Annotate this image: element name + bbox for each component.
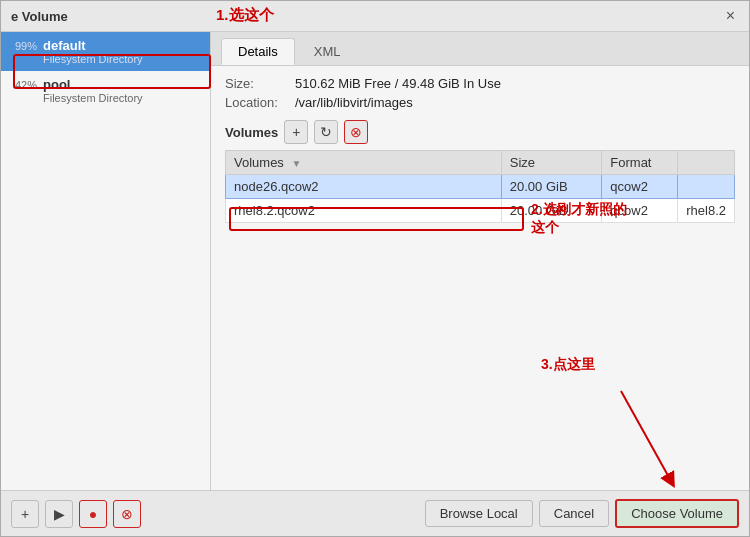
sidebar-item-pool-percent: 42% bbox=[9, 79, 37, 91]
refresh-volumes-button[interactable]: ↻ bbox=[314, 120, 338, 144]
cancel-button[interactable]: Cancel bbox=[539, 500, 609, 527]
sidebar: 99% default Filesystem Directory 42% poo… bbox=[1, 32, 211, 490]
sidebar-item-default[interactable]: 99% default Filesystem Directory bbox=[1, 32, 210, 71]
tab-xml[interactable]: XML bbox=[297, 38, 358, 65]
volume-format-0: qcow2 bbox=[602, 175, 678, 199]
add-volume-button[interactable]: + bbox=[284, 120, 308, 144]
sidebar-item-default-percent: 99% bbox=[9, 40, 37, 52]
play-icon-button[interactable]: ▶ bbox=[45, 500, 73, 528]
bottom-left-controls: + ▶ ● ⊗ bbox=[11, 500, 141, 528]
location-label: Location: bbox=[225, 95, 295, 110]
table-row[interactable]: rhel8.2.qcow2 20.00 GiB qcow2 rhel8.2 bbox=[226, 199, 735, 223]
col-volumes: Volumes ▼ bbox=[226, 151, 502, 175]
bottom-right-controls: Browse Local Cancel Choose Volume bbox=[425, 499, 739, 528]
add-icon-button[interactable]: + bbox=[11, 500, 39, 528]
record-icon-button[interactable]: ● bbox=[79, 500, 107, 528]
volume-name-1: rhel8.2.qcow2 bbox=[226, 199, 502, 223]
choose-volume-button[interactable]: Choose Volume bbox=[615, 499, 739, 528]
table-row[interactable]: node26.qcow2 20.00 GiB qcow2 bbox=[226, 175, 735, 199]
sort-arrow-volumes: ▼ bbox=[292, 158, 302, 169]
location-value: /var/lib/libvirt/images bbox=[295, 95, 413, 110]
volumes-header: Volumes + ↻ ⊗ bbox=[225, 120, 735, 144]
sidebar-item-pool[interactable]: 42% pool Filesystem Directory bbox=[1, 71, 210, 110]
size-label: Size: bbox=[225, 76, 295, 91]
size-row: Size: 510.62 MiB Free / 49.48 GiB In Use bbox=[225, 76, 735, 91]
col-extra bbox=[678, 151, 735, 175]
table-header-row: Volumes ▼ Size Format bbox=[226, 151, 735, 175]
volumes-label: Volumes bbox=[225, 125, 278, 140]
sidebar-item-default-name: default bbox=[43, 38, 143, 53]
main-content: 99% default Filesystem Directory 42% poo… bbox=[1, 32, 749, 490]
browse-local-button[interactable]: Browse Local bbox=[425, 500, 533, 527]
dialog-title: e Volume bbox=[11, 9, 68, 24]
volume-extra-0 bbox=[678, 175, 735, 199]
close-button[interactable]: × bbox=[722, 7, 739, 25]
sidebar-item-pool-name: pool bbox=[43, 77, 143, 92]
volumes-table: Volumes ▼ Size Format node26.qcow2 20.00… bbox=[225, 150, 735, 223]
volume-size-1: 20.00 GiB bbox=[501, 199, 602, 223]
bottom-bar: + ▶ ● ⊗ Browse Local Cancel Choose Volum… bbox=[1, 490, 749, 536]
volume-extra-1: rhel8.2 bbox=[678, 199, 735, 223]
right-panel: Details XML Size: 510.62 MiB Free / 49.4… bbox=[211, 32, 749, 490]
tabs-bar: Details XML bbox=[211, 32, 749, 66]
dialog: e Volume × 99% default Filesystem Direct… bbox=[0, 0, 750, 537]
tab-details[interactable]: Details bbox=[221, 38, 295, 65]
col-size: Size bbox=[501, 151, 602, 175]
stop-icon-button[interactable]: ⊗ bbox=[113, 500, 141, 528]
details-panel: Size: 510.62 MiB Free / 49.48 GiB In Use… bbox=[211, 66, 749, 490]
volume-size-0: 20.00 GiB bbox=[501, 175, 602, 199]
title-bar: e Volume × bbox=[1, 1, 749, 32]
delete-volume-button[interactable]: ⊗ bbox=[344, 120, 368, 144]
volume-format-1: qcow2 bbox=[602, 199, 678, 223]
sidebar-item-default-type: Filesystem Directory bbox=[43, 53, 143, 65]
col-format: Format bbox=[602, 151, 678, 175]
location-row: Location: /var/lib/libvirt/images bbox=[225, 95, 735, 110]
sidebar-item-default-info: default Filesystem Directory bbox=[43, 38, 143, 65]
sidebar-item-pool-info: pool Filesystem Directory bbox=[43, 77, 143, 104]
sidebar-item-pool-type: Filesystem Directory bbox=[43, 92, 143, 104]
volume-name-0: node26.qcow2 bbox=[226, 175, 502, 199]
size-value: 510.62 MiB Free / 49.48 GiB In Use bbox=[295, 76, 501, 91]
